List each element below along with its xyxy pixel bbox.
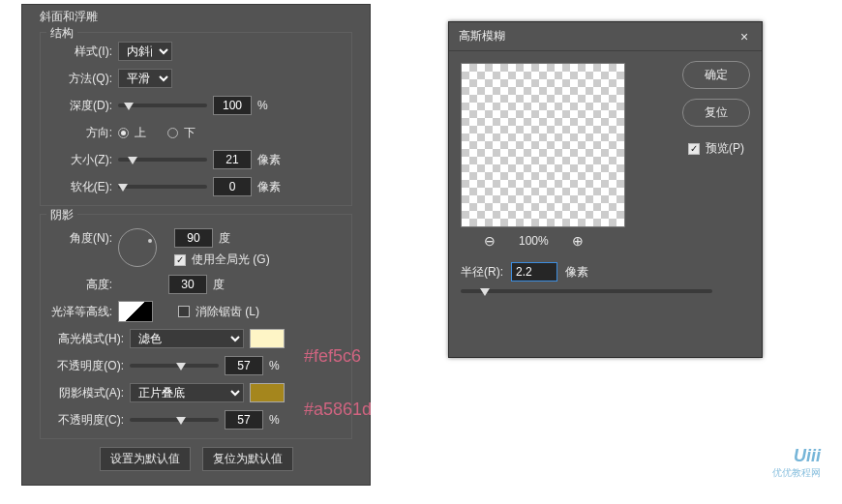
depth-slider[interactable] <box>118 104 207 107</box>
gloss-contour-picker[interactable] <box>118 301 153 322</box>
depth-unit: % <box>257 99 268 112</box>
direction-down-radio[interactable] <box>167 128 178 138</box>
zoom-percent: 100% <box>519 234 549 248</box>
shadow-mode-label: 阴影模式(A): <box>48 385 124 401</box>
highlight-mode-label: 高光模式(H): <box>48 331 124 347</box>
shadow-opacity-input[interactable] <box>225 410 263 430</box>
highlight-opacity-input[interactable] <box>225 356 263 375</box>
structure-group: 结构 样式(I): 内斜面 方法(Q): 平滑 深度(D): % 方向: 上 下… <box>40 32 352 206</box>
gloss-label: 光泽等高线: <box>48 304 112 320</box>
zoom-in-icon[interactable]: ⊕ <box>572 233 584 249</box>
angle-label: 角度(N): <box>48 230 112 247</box>
highlight-color-annotation: #fef5c6 <box>304 346 361 367</box>
shadow-color-swatch[interactable] <box>250 383 285 402</box>
gaussian-blur-dialog: 高斯模糊 × ⊖ 100% ⊕ 半径(R): 像素 确定 复位 预览(P) <box>448 21 763 358</box>
angle-dial[interactable] <box>118 228 157 267</box>
gauss-title: 高斯模糊 <box>459 28 505 44</box>
close-icon[interactable]: × <box>737 29 752 44</box>
direction-up-radio[interactable] <box>118 128 129 138</box>
global-light-label: 使用全局光 (G) <box>192 252 270 268</box>
highlight-mode-select[interactable]: 滤色 <box>130 329 244 348</box>
radius-label: 半径(R): <box>461 264 503 281</box>
technique-label: 方法(Q): <box>48 71 112 87</box>
depth-label: 深度(D): <box>48 98 112 114</box>
structure-legend: 结构 <box>46 25 77 42</box>
preview-label: 预览(P) <box>706 140 744 157</box>
size-unit: 像素 <box>257 152 281 168</box>
altitude-input[interactable] <box>168 275 207 294</box>
direction-up-text: 上 <box>135 125 146 141</box>
highlight-color-swatch[interactable] <box>250 329 285 348</box>
shadow-color-annotation: #a5861d <box>304 400 372 420</box>
size-label: 大小(Z): <box>48 152 112 168</box>
size-input[interactable] <box>213 150 252 169</box>
highlight-opacity-unit: % <box>269 359 280 372</box>
gauss-preview <box>461 63 625 227</box>
make-default-button[interactable]: 设置为默认值 <box>100 447 191 471</box>
ok-button[interactable]: 确定 <box>682 61 750 89</box>
cancel-button[interactable]: 复位 <box>682 99 750 127</box>
style-select[interactable]: 内斜面 <box>118 42 172 61</box>
radius-input[interactable] <box>511 262 557 282</box>
direction-down-text: 下 <box>184 125 195 141</box>
highlight-opacity-label: 不透明度(O): <box>48 358 124 374</box>
watermark: Uiii 优优教程网 <box>772 446 821 480</box>
soften-label: 软化(E): <box>48 179 112 195</box>
shadow-opacity-label: 不透明度(C): <box>48 412 124 429</box>
size-slider[interactable] <box>118 158 207 162</box>
radius-slider[interactable] <box>461 289 712 293</box>
antialias-checkbox[interactable] <box>178 306 190 317</box>
reset-default-button[interactable]: 复位为默认值 <box>202 447 293 471</box>
soften-slider[interactable] <box>118 185 207 189</box>
shadow-mode-select[interactable]: 正片叠底 <box>130 383 244 402</box>
shadow-opacity-slider[interactable] <box>130 418 219 422</box>
soften-unit: 像素 <box>257 179 281 195</box>
shading-legend: 阴影 <box>46 207 77 223</box>
soften-input[interactable] <box>213 177 252 196</box>
antialias-label: 消除锯齿 (L) <box>195 304 259 320</box>
highlight-opacity-slider[interactable] <box>130 364 219 368</box>
preview-checkbox[interactable] <box>688 143 700 155</box>
radius-unit: 像素 <box>565 264 588 281</box>
angle-input[interactable] <box>174 228 213 248</box>
angle-unit: 度 <box>219 230 230 247</box>
technique-select[interactable]: 平滑 <box>118 69 172 88</box>
zoom-out-icon[interactable]: ⊖ <box>484 233 496 249</box>
direction-label: 方向: <box>48 125 112 141</box>
depth-input[interactable] <box>213 96 252 115</box>
altitude-unit: 度 <box>213 277 225 293</box>
altitude-label: 高度: <box>48 277 112 293</box>
style-label: 样式(I): <box>48 44 112 60</box>
global-light-checkbox[interactable] <box>174 254 186 266</box>
shadow-opacity-unit: % <box>269 413 280 427</box>
